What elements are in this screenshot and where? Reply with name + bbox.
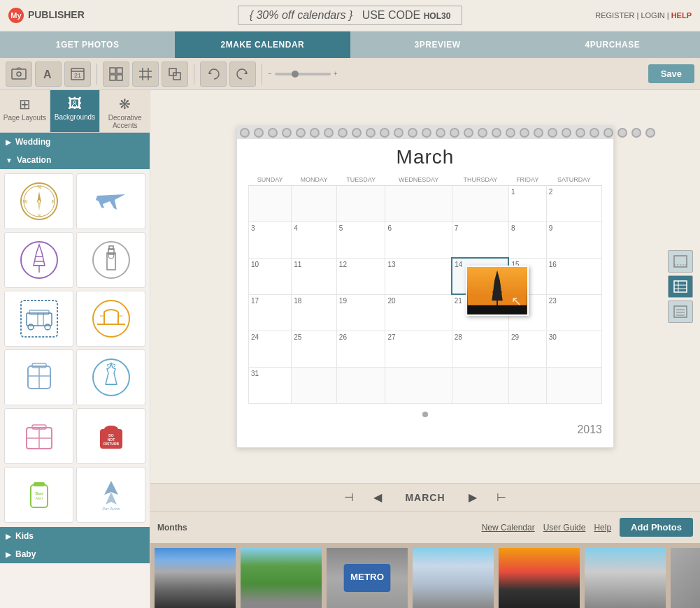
date-tool-btn[interactable]: 21 <box>64 61 91 87</box>
grid-view-btn[interactable] <box>668 275 693 298</box>
thumb-eiffel[interactable] <box>4 232 73 288</box>
thumb-suitcase[interactable] <box>4 408 73 464</box>
photo-thumb-path[interactable] <box>239 547 323 608</box>
day-cell-11[interactable]: 11 <box>292 258 337 294</box>
photo-thumb-museum[interactable] <box>411 547 495 608</box>
day-cell-16[interactable]: 16 <box>546 258 601 294</box>
day-cell[interactable] <box>385 367 452 403</box>
save-button[interactable]: Save <box>648 64 694 83</box>
category-vacation[interactable]: ▼ Vacation <box>0 151 150 169</box>
day-cell-31[interactable]: 31 <box>249 367 292 403</box>
thumb-londonbus[interactable] <box>4 291 73 347</box>
undo-btn[interactable] <box>200 61 227 87</box>
day-cell-14[interactable]: 14 <box>452 258 508 294</box>
day-cell-25[interactable]: 25 <box>292 331 337 367</box>
last-page-arrow[interactable]: ⊢ <box>492 489 510 505</box>
day-cell-30[interactable]: 30 <box>546 331 601 367</box>
tab-page-layouts[interactable]: ⊞ Page Layouts <box>0 90 50 132</box>
day-cell[interactable] <box>385 185 452 222</box>
day-cell-5[interactable]: 5 <box>336 222 385 258</box>
thumb-paravion[interactable]: Par Avion <box>76 467 145 523</box>
thumb-bigben[interactable] <box>76 232 145 288</box>
day-cell-6[interactable]: 6 <box>385 222 452 258</box>
day-cell-3[interactable]: 3 <box>249 222 292 258</box>
photo-thumb-metro[interactable]: METRO <box>325 547 409 608</box>
detail-view-btn[interactable] <box>668 301 693 323</box>
day-cell-8[interactable]: 8 <box>508 222 546 258</box>
photos-tool-btn[interactable] <box>6 61 32 87</box>
photo-thumb-partial[interactable] <box>669 547 700 608</box>
register-link[interactable]: REGISTER <box>595 11 634 20</box>
photo-cell[interactable]: ↖ <box>466 266 529 316</box>
svg-text:Par Avion: Par Avion <box>102 507 120 511</box>
day-cell-29[interactable]: 29 <box>508 331 546 367</box>
day-cell[interactable] <box>336 185 385 222</box>
day-cell-2[interactable]: 2 <box>546 185 601 222</box>
thumb-goldengate[interactable] <box>76 291 145 347</box>
day-cell-13[interactable]: 13 <box>385 258 452 294</box>
tab-decorative[interactable]: ❋ Decorative Accents <box>100 90 150 132</box>
thumb-liberty[interactable] <box>76 349 145 405</box>
layout-tool-btn[interactable] <box>103 61 129 87</box>
day-cell[interactable] <box>508 367 546 403</box>
day-cell[interactable] <box>292 185 337 222</box>
spiral-ring <box>282 128 292 138</box>
prev-page-arrow[interactable]: ◀ <box>369 489 386 505</box>
new-calendar-link[interactable]: New Calendar <box>482 523 535 533</box>
add-photos-button[interactable]: Add Photos <box>620 518 693 537</box>
spiral-ring <box>617 128 627 138</box>
next-page-arrow[interactable]: ▶ <box>464 489 481 505</box>
day-cell-24[interactable]: 24 <box>249 331 292 367</box>
spiral-ring <box>478 128 487 138</box>
day-cell-1[interactable]: 1 <box>508 185 546 222</box>
redo-btn[interactable] <box>229 61 256 87</box>
category-baby[interactable]: ▶ Baby <box>0 545 150 563</box>
photo-thumb-paris-eiffel[interactable] <box>153 547 237 608</box>
tab-backgrounds[interactable]: 🖼 Backgrounds <box>50 90 101 132</box>
category-kids[interactable]: ▶ Kids <box>0 527 150 545</box>
day-cell-17[interactable]: 17 <box>249 294 292 331</box>
thumb-compass[interactable]: N E S W <box>4 173 73 229</box>
step-make-calendar[interactable]: 2 MAKE CALENDAR <box>175 31 350 58</box>
thumb-donotdisturb[interactable]: DO NOT DISTURB <box>76 408 145 464</box>
login-link[interactable]: LOGIN <box>641 11 664 20</box>
user-guide-link[interactable]: User Guide <box>543 523 586 533</box>
zoom-slider[interactable] <box>275 73 331 75</box>
help-link[interactable]: Help <box>594 523 611 533</box>
day-cell-28[interactable]: 28 <box>452 331 508 367</box>
day-cell-7[interactable]: 7 <box>452 222 508 258</box>
day-cell[interactable] <box>546 367 601 403</box>
first-page-arrow[interactable]: ⊣ <box>340 489 358 505</box>
day-cell-10[interactable]: 10 <box>249 258 292 294</box>
photo-thumb-sunset[interactable] <box>497 547 581 608</box>
day-cell-19[interactable]: 19 <box>336 294 385 331</box>
day-cell[interactable] <box>292 367 337 403</box>
crop-tool-btn[interactable] <box>162 61 188 87</box>
text-tool-btn[interactable]: A <box>35 61 62 87</box>
day-cell-23[interactable]: 23 <box>546 294 601 331</box>
thumb-airplane[interactable] <box>76 173 145 229</box>
grid-tool-btn[interactable] <box>132 61 159 87</box>
photo-thumb-arc[interactable] <box>583 547 667 608</box>
day-cell-9[interactable]: 9 <box>546 222 601 258</box>
single-view-btn[interactable] <box>668 250 693 273</box>
day-cell-26[interactable]: 26 <box>336 331 385 367</box>
step-get-photos[interactable]: 1 GET PHOTOS <box>0 31 175 58</box>
day-cell[interactable] <box>452 185 508 222</box>
day-cell-27[interactable]: 27 <box>385 331 452 367</box>
day-cell[interactable] <box>249 185 292 222</box>
step-purchase[interactable]: 4 PURCHASE <box>525 31 700 58</box>
category-wedding[interactable]: ▶ Wedding <box>0 133 150 151</box>
day-cell-20[interactable]: 20 <box>385 294 452 331</box>
day-cell-12[interactable]: 12 <box>336 258 385 294</box>
thumb-sunscreen[interactable]: Sun Alert <box>4 467 73 523</box>
day-cell[interactable] <box>336 367 385 403</box>
thumb-luggage[interactable] <box>4 349 73 405</box>
help-link[interactable]: HELP <box>671 11 692 20</box>
day-cell[interactable] <box>452 367 508 403</box>
step-preview[interactable]: 3 PREVIEW <box>350 31 525 58</box>
zoom-out-icon: − <box>268 70 272 78</box>
day-cell-18[interactable]: 18 <box>292 294 337 331</box>
day-cell-4[interactable]: 4 <box>292 222 337 258</box>
svg-point-40 <box>45 324 50 330</box>
